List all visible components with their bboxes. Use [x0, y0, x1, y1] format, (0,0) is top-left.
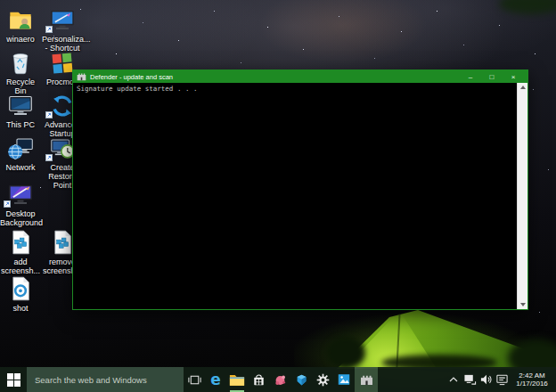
minimize-button[interactable]: –	[460, 71, 481, 83]
network-tray-button[interactable]	[462, 373, 478, 386]
windows-logo-icon	[7, 373, 20, 387]
action-center-icon	[495, 373, 509, 386]
task-view-button[interactable]	[184, 367, 205, 392]
chevron-up-icon	[449, 376, 458, 383]
foliage-silhouette	[499, 0, 556, 14]
registry-file-icon	[0, 228, 41, 255]
store-button[interactable]	[248, 367, 269, 392]
console-output-area[interactable]: Signature update started . . .	[73, 83, 527, 309]
desktop: winaero Personaliza... - Shortcut Recycl…	[0, 0, 556, 392]
pinned-app-blue-button[interactable]	[290, 367, 312, 392]
recycle-bin-icon	[0, 48, 41, 75]
desktop-icon-winaero[interactable]: winaero	[0, 5, 41, 44]
photos-button[interactable]	[333, 367, 355, 392]
network-globe-icon	[0, 134, 41, 160]
desktop-icon-label: Network	[0, 163, 41, 172]
tray-time: 2:42 AM	[511, 372, 552, 380]
scroll-up-icon[interactable]	[518, 83, 528, 92]
console-output-line: Signature update started . . .	[73, 83, 527, 94]
pinned-app-pink-button[interactable]	[269, 367, 290, 392]
store-icon	[251, 372, 266, 388]
defender-console-icon	[77, 72, 86, 81]
photos-icon	[337, 372, 351, 387]
edge-icon: e	[210, 372, 221, 388]
blue-app-icon	[294, 372, 309, 388]
file-explorer-icon	[229, 373, 245, 387]
desktop-icon-label: add screensh...	[0, 257, 41, 275]
desktop-icon-shot[interactable]: shot	[0, 274, 41, 313]
computer-monitor-icon	[0, 91, 41, 118]
taskbar-clock[interactable]: 2:42 AM 1/17/2016	[511, 372, 552, 388]
window-title: Defender - update and scan	[90, 73, 460, 81]
tray-date: 1/17/2016	[511, 380, 552, 388]
edge-button[interactable]: e	[205, 367, 226, 392]
defender-console-taskbar-button[interactable]	[355, 367, 378, 392]
display-pencil-icon	[0, 180, 41, 207]
start-button[interactable]	[0, 367, 27, 392]
vertical-scrollbar[interactable]	[517, 83, 527, 309]
taskbar: e	[0, 367, 556, 392]
desktop-icon-desktop-background[interactable]: Desktop Background	[0, 180, 41, 227]
search-input[interactable]	[27, 367, 184, 392]
defender-console-icon	[360, 374, 373, 386]
desktop-icon-network[interactable]: Network	[0, 134, 41, 172]
desktop-icon-label: shot	[0, 304, 41, 313]
shortcut-arrow-badge	[45, 154, 53, 161]
gear-icon	[315, 372, 331, 388]
action-center-button[interactable]	[494, 373, 510, 386]
desktop-icon-recycle-bin[interactable]: Recycle Bin	[0, 48, 41, 95]
ethernet-icon	[463, 373, 477, 386]
target-file-icon	[0, 274, 41, 301]
desktop-icon-personalization-shortcut[interactable]: Personaliza... - Shortcut	[42, 5, 83, 53]
task-view-icon	[187, 372, 202, 388]
settings-button[interactable]	[312, 367, 333, 392]
desktop-icon-add-screenshot[interactable]: add screensh...	[0, 228, 41, 275]
desktop-icon-label: Desktop Background	[0, 209, 41, 227]
display-brush-icon	[42, 5, 83, 32]
shortcut-arrow-badge	[45, 26, 53, 33]
pink-app-icon	[273, 372, 288, 388]
desktop-icon-label: This PC	[0, 120, 41, 129]
file-explorer-button[interactable]	[226, 367, 248, 392]
desktop-icon-label: winaero	[0, 35, 41, 44]
console-window: Defender - update and scan – □ × Signatu…	[72, 69, 528, 310]
scroll-down-icon[interactable]	[518, 300, 528, 309]
folder-user-icon	[0, 5, 41, 32]
tray-expand-button[interactable]	[446, 376, 462, 383]
shortcut-arrow-badge	[45, 111, 53, 118]
desktop-icon-this-pc[interactable]: This PC	[0, 91, 41, 129]
maximize-button[interactable]: □	[481, 71, 503, 83]
console-titlebar[interactable]: Defender - update and scan – □ ×	[73, 70, 527, 83]
star-field	[0, 0, 1, 1]
volume-tray-button[interactable]	[478, 373, 494, 386]
close-button[interactable]: ×	[503, 71, 524, 83]
shortcut-arrow-badge	[4, 200, 11, 208]
speaker-icon	[479, 373, 493, 386]
